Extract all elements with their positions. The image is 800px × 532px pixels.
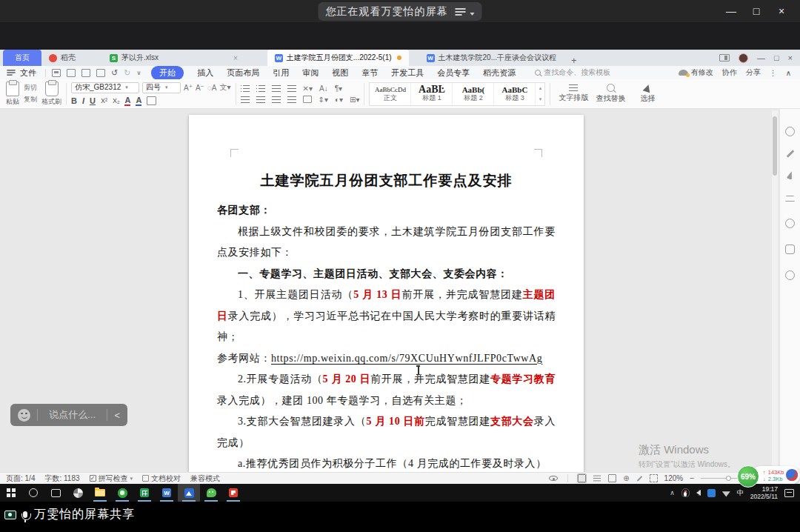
doc-proof-button[interactable]: 文档校对 xyxy=(142,473,181,484)
grow-font-icon[interactable]: A⁺ xyxy=(184,84,193,92)
modified-status[interactable]: 有修改 xyxy=(679,67,713,78)
char-border-icon[interactable] xyxy=(147,96,156,105)
word-count[interactable]: 字数: 1183 xyxy=(44,473,79,484)
menu-insert[interactable]: 插入 xyxy=(197,67,213,79)
start-button[interactable] xyxy=(0,484,22,502)
tab-doc-other[interactable]: W 土木建筑学院20...干座谈会会议议程 xyxy=(419,50,564,66)
menu-home[interactable]: 开始 xyxy=(151,66,184,80)
share-button[interactable]: 分享 xyxy=(746,67,761,78)
style-heading1[interactable]: AaBĿ 标题 1 xyxy=(411,83,453,105)
tab-home[interactable]: 首页 xyxy=(3,50,41,66)
copy-button[interactable]: 复制 xyxy=(24,95,37,104)
more-menu-icon[interactable]: ⋮ xyxy=(770,69,777,77)
decrease-indent-icon[interactable] xyxy=(272,85,281,92)
justify-icon[interactable] xyxy=(287,96,296,103)
account-avatar[interactable] xyxy=(739,53,748,63)
subscript-button[interactable]: X₂ xyxy=(113,97,120,104)
task-view-button[interactable] xyxy=(44,484,67,502)
writer-app[interactable] xyxy=(156,484,178,502)
booster-icon[interactable] xyxy=(786,469,798,481)
action-center-icon[interactable] xyxy=(784,489,794,497)
shading-icon[interactable]: ◐▾ xyxy=(335,96,343,104)
eye-protect-icon[interactable] xyxy=(549,476,558,481)
file-explorer[interactable] xyxy=(89,484,111,502)
underline-button[interactable]: U xyxy=(90,96,96,105)
menu-references[interactable]: 引用 xyxy=(273,67,289,79)
paste-icon[interactable] xyxy=(6,82,19,96)
spell-check-toggle[interactable]: ✓ 拼写检查 ▾ xyxy=(90,473,133,484)
clock[interactable]: 19:17 2022/5/11 xyxy=(750,485,778,500)
text-tools-icon[interactable]: 文▾ xyxy=(220,82,231,93)
style-heading3[interactable]: AaBbC 标题 3 xyxy=(494,83,536,105)
page-indicator[interactable]: 页面: 1/4 xyxy=(6,473,35,484)
fit-page-icon[interactable] xyxy=(650,474,658,482)
chat-overlay[interactable]: 说点什么... < xyxy=(10,404,127,426)
zoom-slider-handle[interactable] xyxy=(726,476,731,481)
more-commands-icon[interactable]: ∨ xyxy=(136,70,141,76)
tray-app-icon[interactable] xyxy=(707,489,716,497)
menu-section[interactable]: 章节 xyxy=(361,67,378,79)
collapse-ribbon-icon[interactable]: ∧ xyxy=(786,69,791,77)
show-marks-icon[interactable]: ¶▾ xyxy=(335,84,342,93)
command-search[interactable]: 查找命令、搜索模板 xyxy=(535,67,610,78)
shrink-font-icon[interactable]: A⁻ xyxy=(196,84,204,92)
layout-switch-icon[interactable] xyxy=(719,54,730,61)
memory-ball[interactable]: 69% xyxy=(737,465,759,488)
styles-down-icon[interactable]: ▾ xyxy=(539,96,542,102)
clear-format-icon[interactable]: ◌A xyxy=(207,84,217,92)
preview-icon[interactable] xyxy=(96,69,105,77)
zoom-level[interactable]: 120% xyxy=(664,474,684,482)
align-left-icon[interactable] xyxy=(241,96,250,103)
qq-icon[interactable] xyxy=(681,488,690,497)
pointer-icon[interactable] xyxy=(786,170,794,180)
spreadsheet-app[interactable] xyxy=(133,484,156,502)
tab-doc-active[interactable]: W 土建学院五月份团支...2022-5(1) xyxy=(267,50,409,66)
cortana-button[interactable] xyxy=(22,484,44,502)
menu-member[interactable]: 会员专享 xyxy=(437,67,470,79)
styles-up-icon[interactable]: ▴ xyxy=(539,85,542,91)
pinwheel-app[interactable] xyxy=(67,484,89,502)
line-spacing-icon[interactable]: ⇕▾ xyxy=(319,96,328,104)
annotate-pen-icon[interactable] xyxy=(786,150,794,158)
format-painter-icon[interactable] xyxy=(45,82,59,96)
style-heading2[interactable]: AaBb( 标题 2 xyxy=(453,83,494,105)
italic-button[interactable]: I xyxy=(82,96,84,105)
wechat-app[interactable] xyxy=(200,484,222,502)
minimize-button[interactable]: — xyxy=(719,0,744,22)
file-menu[interactable]: 文件 xyxy=(20,67,36,79)
menu-docer-res[interactable]: 稻壳资源 xyxy=(483,67,516,79)
wps-close-button[interactable]: × xyxy=(788,53,793,62)
outline-view-icon[interactable] xyxy=(593,476,601,482)
undo-icon[interactable]: ↺ xyxy=(111,68,118,78)
ime-indicator[interactable]: 中 xyxy=(737,488,744,498)
font-size-select[interactable]: 四号▾ xyxy=(142,82,181,93)
banner-menu-icon[interactable] xyxy=(456,8,466,16)
zoom-out-button[interactable]: − xyxy=(690,474,694,482)
print-icon[interactable] xyxy=(81,69,90,77)
cut-button[interactable]: 剪切 xyxy=(24,83,37,93)
screenshot-icon[interactable] xyxy=(785,245,795,254)
browser-app[interactable] xyxy=(111,484,133,502)
tab-docer[interactable]: 稻壳 xyxy=(41,50,83,66)
emoji-icon[interactable] xyxy=(18,409,30,422)
asian-layout-icon[interactable]: ✕▾ xyxy=(303,84,313,93)
tab-close-icon[interactable]: × xyxy=(233,54,238,62)
network-icon[interactable] xyxy=(722,489,730,497)
vertical-scrollbar[interactable] xyxy=(772,110,778,471)
menu-dev-tools[interactable]: 开发工具 xyxy=(391,67,424,79)
bold-button[interactable]: B xyxy=(71,96,77,105)
location-icon[interactable] xyxy=(785,270,795,280)
red-app[interactable] xyxy=(222,484,244,502)
maximize-button[interactable]: □ xyxy=(744,0,769,22)
document-page[interactable]: 土建学院五月份团支部工作要点及安排 各团支部：根据上级文件和校团委的要求，土木建… xyxy=(189,115,584,472)
format-painter-button[interactable]: 格式刷 xyxy=(41,97,61,107)
find-replace-tool[interactable]: 查找替换 xyxy=(592,84,629,104)
new-tab-button[interactable]: + xyxy=(564,55,584,66)
page-view-icon[interactable] xyxy=(578,474,586,482)
bullet-list-icon[interactable] xyxy=(241,85,250,92)
ink-view-icon[interactable] xyxy=(636,476,642,482)
highlight-button[interactable]: A xyxy=(124,96,130,106)
save-icon[interactable] xyxy=(52,69,61,77)
tab-spreadsheet[interactable]: S 茅以升.xlsx × xyxy=(102,50,245,66)
align-right-icon[interactable] xyxy=(272,96,281,103)
